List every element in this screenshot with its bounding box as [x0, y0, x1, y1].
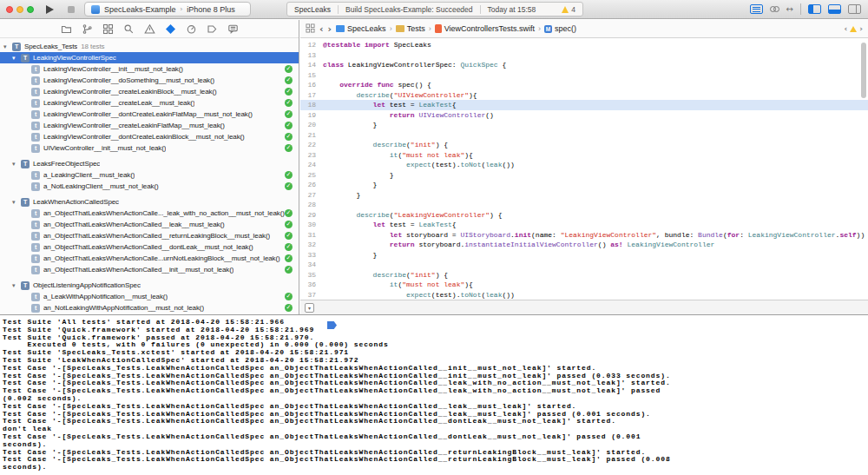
run-button[interactable]	[46, 5, 54, 14]
test-method-row[interactable]: ta_LeakWithAppNotification__must_leak()✓	[0, 291, 299, 302]
warning-badge[interactable]: 4	[562, 5, 575, 14]
code-line[interactable]: 27 }	[300, 190, 868, 201]
test-passed-icon[interactable]: ✓	[285, 76, 293, 84]
test-method-row[interactable]: tan_ObjectThatLeaksWhenActionCalled__ret…	[0, 230, 299, 241]
test-method-row[interactable]: tLeakingViewController__doSomething__mus…	[0, 75, 299, 86]
code-line[interactable]: 35 describe("init") {	[300, 270, 868, 280]
code-line[interactable]: 21	[300, 130, 868, 141]
test-passed-icon[interactable]: ✓	[285, 99, 293, 107]
test-passed-icon[interactable]: ✓	[285, 243, 293, 251]
test-method-row[interactable]: tan_ObjectThatLeaksWhenActionCalled__lea…	[0, 219, 299, 230]
code-line[interactable]: 16 override func spec() {	[300, 80, 868, 90]
code-line[interactable]: 20 }	[300, 120, 868, 130]
code-line[interactable]: 30 let test = LeakTest{	[300, 220, 868, 230]
code-line[interactable]: 14class LeakingViewControllerSpec: Quick…	[300, 60, 868, 70]
breakpoint-navigator-tab[interactable]	[206, 23, 218, 35]
test-class-row[interactable]: ▾TObjectListeningAppNotificationSpec	[0, 280, 299, 291]
stop-button[interactable]	[68, 6, 75, 13]
disclosure-triangle-icon[interactable]: ▾	[12, 55, 21, 62]
code-line[interactable]: 24 expect(test).toNot(leak())	[300, 160, 868, 170]
test-method-row[interactable]: ta_NotLeakingClient__must_not_leak()✓	[0, 181, 299, 192]
code-line[interactable]: 12@testable import SpecLeaks	[300, 40, 868, 50]
test-passed-icon[interactable]: ✓	[285, 304, 293, 312]
editor-scrollbar[interactable]	[861, 43, 866, 98]
test-target-row[interactable]: ▾TSpecLeaks_Tests18 tests	[0, 41, 299, 52]
forward-button[interactable]: ›	[328, 24, 332, 34]
code-line[interactable]: 34	[300, 260, 868, 270]
test-passed-icon[interactable]: ✓	[285, 266, 293, 274]
code-line[interactable]: 26 }	[300, 180, 868, 190]
inspector-panel-toggle[interactable]	[848, 4, 861, 14]
test-method-row[interactable]: tLeakingViewController__createLeak__must…	[0, 97, 299, 109]
code-line[interactable]: 31 let storyboard = UIStoryboard.init(na…	[300, 230, 868, 241]
code-line[interactable]: 32 return storyboard.instantiateInitialV…	[300, 240, 868, 250]
related-items-icon[interactable]	[306, 23, 315, 35]
test-passed-icon[interactable]: ✓	[285, 65, 293, 73]
test-method-row[interactable]: tan_ObjectThatLeaksWhenActionCalle..._le…	[0, 208, 299, 219]
code-line[interactable]: 22 describe("init") {	[300, 140, 868, 150]
symbol-navigator-tab[interactable]	[102, 23, 114, 35]
close-button[interactable]	[6, 6, 13, 13]
assistant-editor-button[interactable]	[770, 6, 779, 12]
minimize-button[interactable]	[16, 6, 23, 13]
test-passed-icon[interactable]: ✓	[285, 221, 293, 228]
breadcrumb-item[interactable]: Tests	[396, 24, 425, 33]
code-line[interactable]: 28	[300, 200, 868, 210]
test-passed-icon[interactable]: ✓	[285, 133, 293, 141]
code-line[interactable]: 18 let test = LeakTest{	[300, 100, 868, 110]
test-passed-icon[interactable]: ✓	[285, 171, 293, 179]
next-issue-button[interactable]: ›	[859, 25, 863, 33]
code-line[interactable]: 23 it("must not leak"){	[300, 150, 868, 161]
test-passed-icon[interactable]: ✓	[285, 122, 293, 129]
find-navigator-tab[interactable]	[122, 23, 135, 35]
test-class-row[interactable]: ▾TLeaksFreeObjectSpec	[0, 158, 299, 169]
code-line[interactable]: 13	[300, 50, 868, 61]
test-passed-icon[interactable]: ✓	[285, 293, 293, 300]
test-method-row[interactable]: tUIViewController__init__must_not_leak()…	[0, 142, 299, 154]
disclosure-triangle-icon[interactable]: ▾	[3, 43, 12, 50]
code-line[interactable]: 36 it("must not leak"){	[300, 280, 868, 290]
scheme-destination[interactable]: iPhone 8 Plus	[187, 5, 235, 14]
disclosure-triangle-icon[interactable]: ▾	[12, 282, 21, 289]
zoom-button[interactable]	[27, 6, 34, 13]
test-method-row[interactable]: tLeakingViewController__createLeakinFlat…	[0, 120, 299, 131]
test-method-row[interactable]: tan_ObjectThatLeaksWhenActionCalle...urn…	[0, 253, 299, 264]
test-passed-icon[interactable]: ✓	[285, 209, 293, 217]
code-line[interactable]: 19 return UIViewController()	[300, 110, 868, 121]
project-navigator-tab[interactable]	[60, 23, 72, 35]
debug-panel-toggle[interactable]	[828, 4, 841, 14]
test-class-row[interactable]: ▾TLeakWhenActionCalledSpec	[0, 196, 299, 208]
code-line[interactable]: 15	[300, 70, 868, 81]
back-button[interactable]: ‹	[319, 24, 324, 34]
debug-area-toggle[interactable]: ▾	[305, 303, 314, 313]
test-method-row[interactable]: tan_ObjectThatLeaksWhenActionCalled__don…	[0, 241, 299, 253]
test-passed-icon[interactable]: ✓	[285, 110, 293, 118]
navigator-panel-toggle[interactable]	[808, 4, 821, 14]
issue-navigator-tab[interactable]	[143, 23, 155, 35]
test-method-row[interactable]: tan_ObjectThatLeaksWhenActionCalled__ini…	[0, 264, 299, 275]
code-line[interactable]: 29 describe("LeakingViewController") {	[300, 210, 868, 221]
debug-navigator-tab[interactable]	[185, 23, 197, 35]
disclosure-triangle-icon[interactable]: ▾	[12, 161, 21, 168]
test-passed-icon[interactable]: ✓	[285, 88, 293, 96]
code-line[interactable]: 17 describe("UIViewController"){	[300, 90, 868, 101]
previous-issue-button[interactable]: ‹	[845, 25, 848, 33]
test-method-row[interactable]: tLeakingViewController__dontCreateLeakin…	[0, 131, 299, 142]
test-passed-icon[interactable]: ✓	[285, 232, 293, 240]
source-control-navigator-tab[interactable]	[81, 23, 93, 35]
scheme-selector[interactable]: SpecLeaks-Example › iPhone 8 Plus	[84, 2, 251, 16]
code-line[interactable]: 37 expect(test).toNot(leak())	[300, 290, 868, 300]
test-passed-icon[interactable]: ✓	[285, 182, 293, 190]
test-method-row[interactable]: ta_LeakingClient__must_leak()✓	[0, 169, 299, 181]
test-passed-icon[interactable]: ✓	[285, 254, 293, 262]
test-method-row[interactable]: tLeakingViewController__init__must_not_l…	[0, 63, 299, 75]
test-class-row[interactable]: ▾TLeakingViewControllerSpec	[0, 52, 299, 63]
breadcrumb-item[interactable]: Mspec()	[544, 24, 576, 33]
code-line[interactable]: 33 }	[300, 250, 868, 261]
test-passed-icon[interactable]: ✓	[285, 144, 293, 152]
test-method-row[interactable]: tLeakingViewController__createLeakinBloc…	[0, 86, 299, 97]
test-navigator-tab[interactable]	[164, 23, 176, 35]
test-method-row[interactable]: tLeakingViewController__dontCreateLeakin…	[0, 109, 299, 120]
test-method-row[interactable]: tan_NotLeakingWithAppNotification__must_…	[0, 302, 299, 313]
code-line[interactable]: 25 }	[300, 170, 868, 181]
